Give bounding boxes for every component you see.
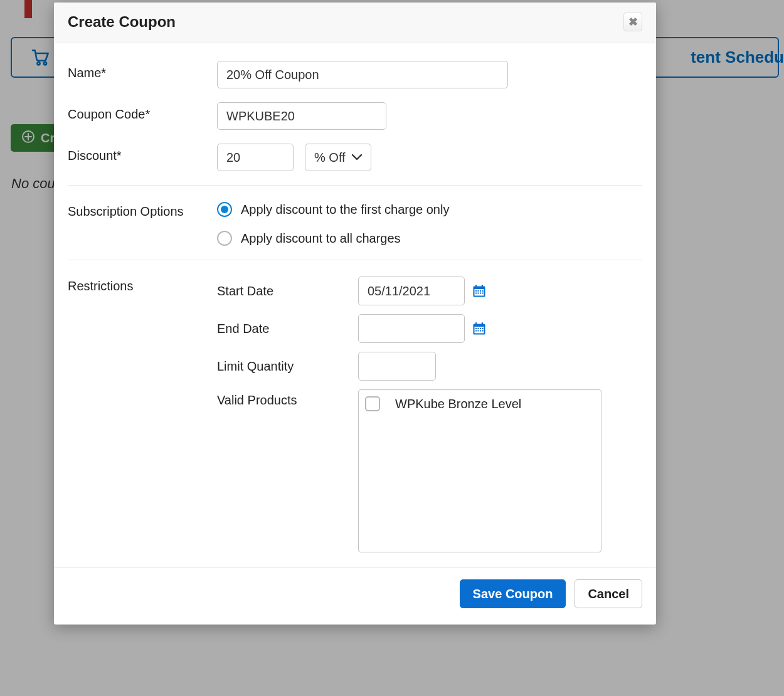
svg-rect-14 xyxy=(482,293,484,294)
checkbox-icon[interactable] xyxy=(365,396,380,411)
calendar-icon[interactable] xyxy=(472,322,486,335)
svg-rect-4 xyxy=(475,289,484,296)
modal-body: Name* Coupon Code* Discount* % Off Subsc… xyxy=(54,43,656,567)
svg-rect-16 xyxy=(475,327,484,334)
name-input[interactable] xyxy=(217,61,508,88)
svg-rect-23 xyxy=(475,330,477,332)
row-end-date: End Date xyxy=(217,314,601,343)
cancel-button[interactable]: Cancel xyxy=(575,579,642,608)
end-date-label: End Date xyxy=(217,322,358,336)
radio-first-label: Apply discount to the first charge only xyxy=(241,203,449,217)
discount-input[interactable] xyxy=(217,144,294,171)
radio-all-label: Apply discount to all charges xyxy=(241,231,401,246)
product-row[interactable]: WPKube Bronze Level xyxy=(365,396,595,411)
svg-rect-19 xyxy=(475,328,477,329)
limit-qty-label: Limit Quantity xyxy=(217,359,358,374)
valid-products-box: WPKube Bronze Level xyxy=(358,389,601,552)
limit-qty-input[interactable] xyxy=(358,352,436,381)
svg-rect-11 xyxy=(475,293,477,294)
svg-rect-8 xyxy=(478,290,479,292)
radio-icon xyxy=(217,231,232,246)
code-label: Coupon Code* xyxy=(68,102,217,122)
row-code: Coupon Code* xyxy=(68,102,642,130)
divider xyxy=(68,185,642,186)
product-label: WPKube Bronze Level xyxy=(395,397,521,411)
close-icon[interactable]: ✖ xyxy=(623,13,642,31)
svg-rect-5 xyxy=(475,285,477,287)
name-label: Name* xyxy=(68,61,217,80)
modal-header: Create Coupon ✖ xyxy=(54,3,656,43)
restrictions-body: Start Date End Date Limit Quantity xyxy=(217,274,601,561)
row-discount: Discount* % Off xyxy=(68,144,642,171)
discount-type-select[interactable]: % Off xyxy=(305,144,371,171)
svg-rect-20 xyxy=(478,328,479,329)
svg-rect-24 xyxy=(478,330,479,332)
row-start-date: Start Date xyxy=(217,277,601,305)
svg-rect-17 xyxy=(475,322,477,325)
subscription-label: Subscription Options xyxy=(68,199,217,219)
row-subscription: Subscription Options Apply discount to t… xyxy=(68,199,642,246)
coupon-code-input[interactable] xyxy=(217,102,386,130)
discount-type-label: % Off xyxy=(314,150,346,165)
row-limit-qty: Limit Quantity xyxy=(217,352,601,381)
svg-rect-21 xyxy=(480,328,481,329)
divider xyxy=(68,260,642,260)
svg-rect-26 xyxy=(482,330,484,332)
svg-rect-25 xyxy=(480,330,481,332)
save-button[interactable]: Save Coupon xyxy=(460,579,566,608)
row-restrictions: Restrictions Start Date End Date xyxy=(68,274,642,561)
svg-rect-7 xyxy=(475,290,477,292)
svg-rect-6 xyxy=(482,285,483,287)
svg-rect-10 xyxy=(482,290,484,292)
subscription-radio-group: Apply discount to the first charge only … xyxy=(217,199,449,246)
chevron-down-icon xyxy=(352,154,362,161)
start-date-input[interactable] xyxy=(358,277,465,305)
valid-products-label: Valid Products xyxy=(217,389,358,408)
modal-footer: Save Coupon Cancel xyxy=(54,567,656,625)
svg-rect-22 xyxy=(482,328,484,329)
end-date-input[interactable] xyxy=(358,314,465,343)
create-coupon-modal: Create Coupon ✖ Name* Coupon Code* Disco… xyxy=(54,3,656,625)
modal-title: Create Coupon xyxy=(68,13,176,31)
restrictions-label: Restrictions xyxy=(68,274,217,293)
svg-rect-18 xyxy=(482,322,483,325)
svg-rect-13 xyxy=(480,293,481,294)
discount-label: Discount* xyxy=(68,144,217,163)
row-name: Name* xyxy=(68,61,642,88)
row-valid-products: Valid Products WPKube Bronze Level xyxy=(217,389,601,552)
calendar-icon[interactable] xyxy=(472,284,486,298)
radio-icon xyxy=(217,202,232,217)
svg-rect-9 xyxy=(480,290,481,292)
start-date-label: Start Date xyxy=(217,284,358,298)
radio-first-charge[interactable]: Apply discount to the first charge only xyxy=(217,202,449,217)
radio-all-charges[interactable]: Apply discount to all charges xyxy=(217,231,449,246)
svg-rect-12 xyxy=(478,293,479,294)
